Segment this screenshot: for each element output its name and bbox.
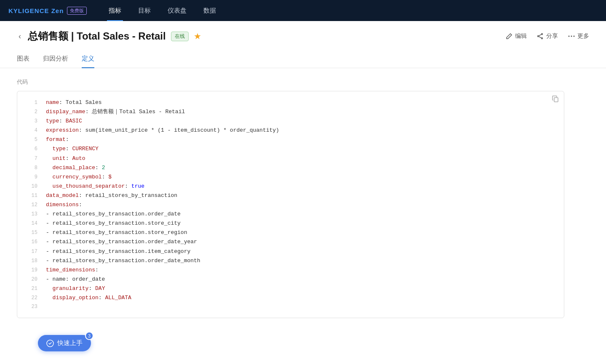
code-line: 5format: [17,135,564,144]
line-text: type: BASIC [46,117,82,126]
line-number: 2 [24,108,37,116]
svg-point-2 [538,36,539,37]
nav-item-goals[interactable]: 目标 [136,0,152,21]
line-text: display_option: ALL_DATA [46,293,131,303]
line-number: 21 [24,284,37,293]
quick-start-label: 快速上手 [57,339,83,347]
nav-item-dashboard[interactable]: 仪表盘 [166,0,188,21]
code-line: 18- retail_stores_by_transaction.order_d… [17,256,564,266]
share-icon [537,33,544,40]
line-number: 23 [24,303,37,311]
line-text: dimensions: [46,200,82,210]
code-line: 6 type: CURRENCY [17,144,564,154]
page-header: ‹ 总销售额 | Total Sales - Retail 在线 ★ 编辑 分享… [0,21,606,43]
line-text: time_dimensions: [46,266,99,275]
free-badge: 免费版 [67,7,87,15]
line-text: - retail_stores_by_transaction.store_reg… [46,228,187,237]
line-text: use_thousand_separator: true [46,182,144,191]
more-button[interactable]: 更多 [568,32,589,40]
share-button[interactable]: 分享 [537,32,558,40]
line-number: 13 [24,210,37,218]
line-text: - retail_stores_by_transaction.order_dat… [46,237,197,247]
tab-definition[interactable]: 定义 [82,51,94,68]
code-line: 14- retail_stores_by_transaction.store_c… [17,219,564,228]
line-text: - retail_stores_by_transaction.order_dat… [46,256,200,266]
back-button[interactable]: ‹ [17,30,23,43]
copy-button[interactable] [552,96,559,104]
code-line: 21 granularity: DAY [17,284,564,293]
nav-item-metrics[interactable]: 指标 [107,0,123,21]
line-text: unit: Auto [46,154,85,163]
line-number: 12 [24,201,37,209]
content-area: 代码 1name: Total Sales2display_name: 总销售额… [0,68,606,328]
line-text: type: CURRENCY [46,144,99,154]
code-line: 8 decimal_place: 2 [17,163,564,173]
line-number: 18 [24,257,37,265]
code-line: 10 use_thousand_separator: true [17,182,564,191]
code-line: 13- retail_stores_by_transaction.order_d… [17,210,564,219]
line-number: 9 [24,173,37,181]
line-number: 20 [24,275,37,284]
code-line: 7 unit: Auto [17,154,564,163]
line-text: granularity: DAY [46,284,105,293]
tab-chart[interactable]: 图表 [17,51,29,68]
line-number: 4 [24,126,37,135]
line-number: 8 [24,164,37,172]
code-container: 1name: Total Sales2display_name: 总销售额｜To… [17,91,564,318]
topnav: KYLIGENCE Zen 免费版 指标 目标 仪表盘 数据 [0,0,606,21]
line-number: 5 [24,136,37,144]
line-text: expression: sum(item_unit_price * (1 - i… [46,126,279,135]
code-line: 4expression: sum(item_unit_price * (1 - … [17,126,564,135]
line-number: 1 [24,98,37,107]
code-line: 17- retail_stores_by_transaction.item_ca… [17,247,564,256]
page-title: 总销售额 | Total Sales - Retail [28,29,166,43]
svg-point-1 [542,38,543,39]
svg-point-5 [569,36,570,37]
brand-logo-area: KYLIGENCE Zen 免费版 [8,7,87,15]
page-title-area: ‹ 总销售额 | Total Sales - Retail 在线 ★ [17,29,201,43]
svg-line-4 [539,37,542,38]
line-number: 17 [24,247,37,256]
quick-start-badge: 3 [85,332,93,340]
line-number: 7 [24,154,37,163]
code-line: 23 [17,303,564,311]
line-text: display_name: 总销售额｜Total Sales - Retail [46,107,185,117]
line-number: 22 [24,294,37,302]
line-number: 10 [24,182,37,191]
line-text: decimal_place: 2 [46,163,105,173]
code-block: 1name: Total Sales2display_name: 总销售额｜To… [17,91,564,318]
svg-point-7 [574,36,575,37]
line-text: data_model: retail_stores_by_transaction [46,191,177,200]
svg-rect-8 [554,98,558,102]
code-line: 15- retail_stores_by_transaction.store_r… [17,228,564,237]
header-actions: 编辑 分享 更多 [506,32,589,40]
code-line: 9 currency_symbol: $ [17,173,564,182]
line-number: 6 [24,145,37,153]
line-text: - retail_stores_by_transaction.order_dat… [46,210,181,219]
line-text: format: [46,135,69,144]
tabs: 图表 归因分析 定义 [0,51,606,68]
edit-button[interactable]: 编辑 [506,32,527,40]
brand-name: KYLIGENCE Zen [8,7,64,14]
code-line: 22 display_option: ALL_DATA [17,293,564,303]
line-number: 11 [24,191,37,200]
code-line: 2display_name: 总销售额｜Total Sales - Retail [17,107,564,117]
svg-point-6 [571,36,572,37]
line-number: 14 [24,219,37,228]
line-number: 15 [24,228,37,237]
code-line: 3type: BASIC [17,117,564,126]
svg-point-0 [542,34,543,35]
status-badge: 在线 [171,32,189,41]
svg-line-3 [539,35,542,36]
line-text: name: Total Sales [46,98,102,107]
tab-attribution[interactable]: 归因分析 [43,51,68,68]
more-icon [568,33,575,40]
edit-icon [506,33,513,40]
quick-start-button[interactable]: 快速上手 3 [38,335,91,351]
code-line: 20- name: order_date [17,275,564,284]
star-icon[interactable]: ★ [194,31,201,41]
code-section-label: 代码 [17,78,589,86]
code-line: 11data_model: retail_stores_by_transacti… [17,191,564,200]
nav-item-data[interactable]: 数据 [202,0,218,21]
line-text: - retail_stores_by_transaction.store_cit… [46,219,181,228]
